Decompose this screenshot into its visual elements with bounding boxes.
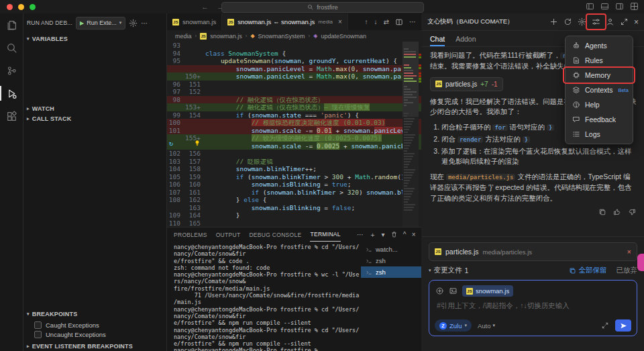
section-breakpoints[interactable]: ▾ BREAKPOINTS [23, 309, 166, 319]
menu-item-rules[interactable]: Rules [566, 53, 633, 68]
chevron-down-icon: ▾ [27, 36, 30, 42]
menu-item-help[interactable]: Help [566, 97, 633, 112]
minimize-window-button[interactable] [18, 4, 24, 10]
more-actions-icon[interactable]: ⋯ [409, 18, 416, 26]
menu-item-logs[interactable]: Logs [566, 127, 633, 142]
chevron-down-icon[interactable]: ▾ [429, 268, 431, 273]
expand-icon[interactable] [620, 17, 629, 26]
floating-edge-button[interactable] [637, 254, 644, 271]
swap-diff-icon[interactable]: ⇄ [384, 18, 389, 26]
code-line: 153+ // 融化逻辑（仅在惊恐状态）— 现在缓慢恢复 [167, 103, 421, 111]
maximize-panel-icon[interactable]: ^ [403, 231, 407, 238]
more-actions-icon[interactable]: ⋯ [141, 19, 148, 27]
copy-icon[interactable] [598, 208, 606, 216]
command-center-search[interactable]: frostfire [221, 2, 424, 13]
activity-search[interactable] [0, 36, 23, 59]
maximize-window-button[interactable] [30, 4, 36, 10]
add-context-icon[interactable] [435, 287, 444, 295]
diff-editor[interactable]: 9394class SnowmanSystem {95 updateSnowma… [167, 42, 421, 227]
terminal-session-item[interactable]: zsh [361, 266, 421, 278]
terminal-output[interactable]: nancy@chenyantongdeMacBook-Pro frostfire… [174, 244, 360, 351]
chat-input-box[interactable]: JS snowman.js Z Zulu ▾ Auto ▾ [429, 280, 637, 336]
activity-extensions[interactable] [0, 105, 23, 128]
sidebar-title: RUN AND DEB... [27, 19, 72, 26]
code-line: 104158 snowman.blinkTimer++; [167, 165, 421, 173]
minimap[interactable] [402, 42, 419, 227]
previous-change-icon[interactable]: ↑ [365, 18, 368, 26]
account-icon[interactable] [606, 17, 614, 26]
mode-selector[interactable]: Auto ▾ [478, 322, 495, 330]
checkbox-icon[interactable] [34, 331, 42, 338]
toggle-panel-icon[interactable] [600, 2, 609, 11]
terminal-session-item[interactable]: watch... [361, 244, 421, 255]
menu-item-agents[interactable]: Agents [566, 38, 633, 53]
changed-file-card[interactable]: JS particles.js media/particles.js × [429, 242, 637, 261]
gear-icon[interactable] [129, 19, 138, 28]
breadcrumb-class[interactable]: SnowmanSystem [258, 33, 305, 40]
breadcrumb-file[interactable]: snowman.js [210, 33, 242, 40]
model-selector[interactable]: Z Zulu ▾ [435, 319, 472, 332]
run-configuration-button[interactable]: ▶ Run Exte... ▾ [76, 17, 125, 30]
discarded-button[interactable]: 已放弃 [616, 266, 638, 275]
resize-input-icon[interactable] [601, 321, 609, 330]
tab-addon[interactable]: Addon [455, 31, 476, 46]
close-panel-icon[interactable]: × [634, 17, 639, 27]
chat-text-input[interactable] [435, 301, 625, 310]
close-panel-icon[interactable]: × [412, 231, 416, 238]
send-button[interactable] [615, 319, 631, 332]
activity-explorer[interactable] [0, 13, 23, 36]
search-icon [307, 4, 313, 10]
remove-file-icon[interactable]: × [627, 248, 631, 256]
history-icon[interactable] [564, 17, 572, 26]
tune-sliders-icon[interactable] [592, 17, 600, 26]
changed-file-chip[interactable]: JS particles.js +7 -1 [430, 77, 503, 91]
section-event-listener-breakpoints[interactable]: ▸ EVENT LISTENER BREAKPOINTS [23, 341, 166, 351]
new-terminal-icon[interactable]: ＋ [369, 230, 376, 240]
checkbox-icon[interactable] [34, 321, 42, 329]
keep-all-button[interactable]: 全部保留 [569, 266, 607, 275]
comate-title: 文心快码（BAIDU COMATE） [427, 17, 514, 26]
section-call-stack[interactable]: ▸ CALL STACK [23, 113, 166, 123]
breadcrumb-media[interactable]: media [175, 33, 192, 40]
tab-snowman-js[interactable]: JS snowman.js [167, 13, 222, 30]
thumbs-down-icon[interactable] [628, 208, 636, 216]
attach-image-icon[interactable] [449, 287, 458, 295]
next-change-icon[interactable]: ↓ [374, 18, 378, 26]
tab-debug-console[interactable]: DEBUG CONSOLE [249, 228, 301, 242]
kill-terminal-icon[interactable] [390, 231, 398, 238]
menu-item-feedback[interactable]: Feedback [566, 112, 633, 127]
split-terminal-icon[interactable]: ▾ [382, 231, 385, 238]
more-actions-icon[interactable]: ⋯ [357, 231, 364, 238]
customize-layout-icon[interactable] [630, 2, 639, 11]
breakpoint-caught-exceptions[interactable]: Caught Exceptions [34, 320, 99, 330]
close-window-button[interactable] [7, 4, 13, 10]
section-variables[interactable]: ▾ VARIABLES [23, 34, 166, 44]
toggle-sidebar-icon[interactable] [586, 2, 594, 11]
breadcrumb-method[interactable]: updateSnowman [321, 33, 366, 40]
menu-item-memory[interactable]: Memory [566, 68, 633, 83]
code-line: 96151 [167, 81, 421, 89]
lightbulb-icon[interactable] [194, 140, 201, 146]
context-file-chip[interactable]: JS snowman.js [462, 285, 513, 297]
terminal-session-item[interactable]: zsh [361, 255, 421, 266]
tab-problems[interactable]: PROBLEMS [174, 228, 207, 242]
activity-run-debug[interactable] [0, 82, 23, 105]
close-tab-icon[interactable]: × [338, 18, 342, 26]
revert-change-icon[interactable]: ↻ [169, 140, 173, 148]
menu-item-contexts[interactable]: ContextsBeta [566, 83, 633, 97]
keep-all-icon [569, 267, 576, 274]
tab-output[interactable]: OUTPUT [216, 228, 241, 242]
thumbs-up-icon[interactable] [613, 208, 621, 216]
section-watch[interactable]: ▸ WATCH [23, 103, 166, 113]
code-line: 109164 } [167, 211, 421, 219]
activity-source-control[interactable] [0, 59, 23, 82]
tab-chat[interactable]: Chat [430, 31, 445, 46]
split-editor-icon[interactable] [395, 18, 403, 26]
tab-terminal[interactable]: TERMINAL [310, 228, 340, 242]
breakpoint-uncaught-exceptions[interactable]: Uncaught Exceptions [34, 330, 106, 339]
nav-back-icon[interactable]: ← [201, 3, 209, 11]
chevron-down-icon: ▾ [119, 20, 122, 26]
new-chat-icon[interactable] [549, 17, 558, 26]
toggle-secondary-sidebar-icon[interactable] [615, 2, 624, 11]
tab-snowman-diff[interactable]: JS snowman.js ⇔ snowman.js media × [222, 13, 348, 30]
